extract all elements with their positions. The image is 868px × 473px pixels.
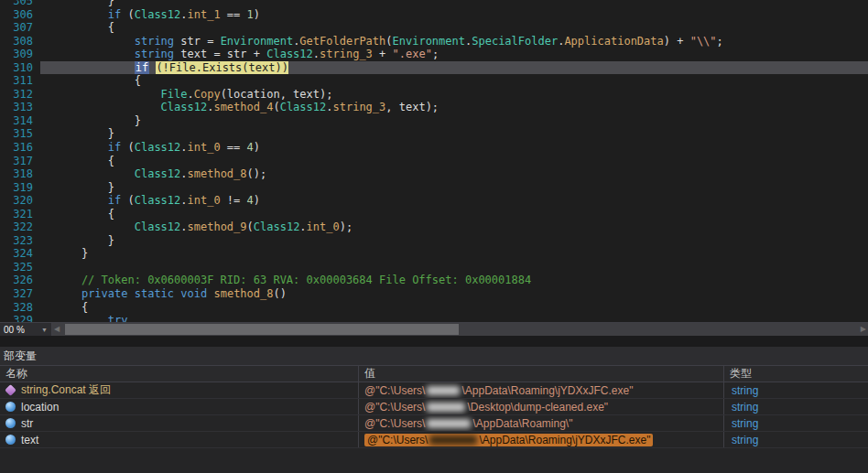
- line-number[interactable]: 315: [0, 127, 40, 141]
- variable-value-cell[interactable]: @"C:\Users\\AppData\Roaming\jYDXxJFC.exe…: [358, 432, 723, 447]
- line-number[interactable]: 326: [0, 274, 40, 287]
- line-number[interactable]: 306: [0, 8, 40, 22]
- code-line[interactable]: 314 }: [0, 114, 868, 128]
- code-line[interactable]: 329 try: [0, 314, 868, 322]
- locals-row[interactable]: str@"C:\Users\\AppData\Roaming\"string: [0, 415, 868, 432]
- line-number[interactable]: 329: [0, 314, 40, 322]
- code-text: if (Class12.int_1 == 1): [40, 8, 868, 22]
- variable-type: string: [732, 434, 758, 446]
- line-number[interactable]: 309: [0, 48, 40, 61]
- code-line[interactable]: 321 {: [0, 208, 868, 221]
- line-number[interactable]: 321: [0, 208, 40, 221]
- local-variable-icon: [5, 402, 16, 412]
- code-text: {: [40, 208, 868, 221]
- code-line[interactable]: 310 if (!File.Exists(text)): [0, 61, 868, 75]
- scroll-right-icon[interactable]: ▶: [861, 324, 866, 335]
- code-editor[interactable]: 305 }306 if (Class12.int_1 == 1)307 {308…: [0, 0, 868, 322]
- line-number[interactable]: 317: [0, 155, 40, 168]
- redacted-username: [427, 419, 471, 428]
- variable-type: string: [732, 384, 758, 397]
- code-text: Class12.smethod_9(Class12.int_0);: [40, 220, 868, 234]
- code-line[interactable]: 319 }: [0, 181, 868, 195]
- line-number[interactable]: 320: [0, 194, 40, 208]
- line-number[interactable]: 314: [0, 114, 40, 128]
- code-line[interactable]: 305 }: [0, 0, 868, 8]
- variable-value-cell[interactable]: @"C:\Users\\AppData\Roaming\jYDXxJFC.exe…: [358, 382, 723, 398]
- code-line[interactable]: 311 {: [0, 74, 868, 88]
- code-line[interactable]: 324 }: [0, 247, 868, 261]
- horizontal-scrollbar[interactable]: ◀ ▶: [52, 323, 868, 336]
- line-number[interactable]: 328: [0, 301, 40, 315]
- code-text: }: [40, 114, 868, 128]
- line-number[interactable]: 322: [0, 220, 40, 234]
- code-line[interactable]: 325: [0, 261, 868, 274]
- code-line[interactable]: 328 {: [0, 301, 868, 315]
- line-number[interactable]: 324: [0, 247, 40, 261]
- line-number[interactable]: 319: [0, 181, 40, 195]
- line-number[interactable]: 316: [0, 141, 40, 155]
- code-line[interactable]: 323 }: [0, 234, 868, 248]
- scroll-left-icon[interactable]: ◀: [54, 324, 60, 335]
- code-line[interactable]: 322 Class12.smethod_9(Class12.int_0);: [0, 220, 868, 234]
- locals-pane: 部变量 名称 值 类型 string.Concat 返回@"C:\Users\\…: [0, 347, 868, 473]
- locals-row[interactable]: location@"C:\Users\\Desktop\dump-cleaned…: [0, 399, 868, 415]
- code-text: }: [40, 247, 868, 261]
- code-text: {: [40, 74, 868, 88]
- variable-type-cell: string: [723, 432, 868, 447]
- line-number[interactable]: 325: [0, 261, 40, 274]
- locals-row[interactable]: text@"C:\Users\\AppData\Roaming\jYDXxJFC…: [0, 432, 868, 448]
- code-line[interactable]: 306 if (Class12.int_1 == 1): [0, 8, 868, 22]
- code-line[interactable]: 308 string str = Environment.GetFolderPa…: [0, 35, 868, 48]
- line-number[interactable]: 323: [0, 234, 40, 248]
- code-line[interactable]: 316 if (Class12.int_0 == 4): [0, 141, 868, 155]
- editor-status-strip: 00 % ▼ ◀ ▶: [0, 322, 868, 336]
- code-line[interactable]: 309 string text = str + Class12.string_3…: [0, 48, 868, 61]
- variable-value-cell[interactable]: @"C:\Users\\Desktop\dump-cleaned.exe": [358, 399, 723, 414]
- code-line[interactable]: 315 }: [0, 127, 868, 141]
- line-number[interactable]: 318: [0, 167, 40, 181]
- code-line[interactable]: 326 // Token: 0x0600003F RID: 63 RVA: 0x…: [0, 274, 868, 287]
- code-text: Class12.smethod_4(Class12.string_3, text…: [40, 101, 868, 114]
- line-number[interactable]: 312: [0, 88, 40, 102]
- code-line[interactable]: 312 File.Copy(location, text);: [0, 88, 868, 102]
- variable-value: @"C:\Users\\AppData\Roaming\jYDXxJFC.exe…: [364, 384, 633, 397]
- variable-name: text: [21, 434, 38, 446]
- variable-value-cell[interactable]: @"C:\Users\\AppData\Roaming\": [358, 415, 723, 431]
- line-number[interactable]: 327: [0, 287, 40, 301]
- local-variable-icon: [5, 435, 16, 445]
- variable-value: @"C:\Users\\AppData\Roaming\": [364, 417, 572, 430]
- line-number[interactable]: 308: [0, 35, 40, 48]
- code-text: {: [40, 301, 868, 315]
- column-header-type[interactable]: 类型: [723, 366, 868, 382]
- line-number[interactable]: 311: [0, 74, 40, 88]
- column-header-name[interactable]: 名称: [0, 366, 358, 382]
- code-line[interactable]: 320 if (Class12.int_0 != 4): [0, 194, 868, 208]
- horizontal-scrollbar-thumb[interactable]: [65, 324, 459, 335]
- code-text: [40, 261, 868, 274]
- zoom-value: 00 %: [4, 325, 25, 335]
- column-header-value[interactable]: 值: [358, 366, 723, 382]
- code-line[interactable]: 327 private static void smethod_8(): [0, 287, 868, 301]
- zoom-combobox[interactable]: 00 % ▼: [0, 323, 52, 336]
- code-text: {: [40, 21, 868, 35]
- code-text: private static void smethod_8(): [40, 287, 868, 301]
- variable-name: str: [21, 417, 33, 430]
- code-line[interactable]: 307 {: [0, 21, 868, 35]
- code-line[interactable]: 318 Class12.smethod_8();: [0, 167, 868, 181]
- code-line[interactable]: 317 {: [0, 155, 868, 168]
- code-text: try: [40, 314, 868, 322]
- line-number[interactable]: 307: [0, 21, 40, 35]
- panel-divider: [0, 336, 868, 347]
- line-number[interactable]: 313: [0, 101, 40, 114]
- redacted-username: [427, 386, 460, 395]
- code-text: string text = str + Class12.string_3 + "…: [40, 48, 868, 61]
- locals-pane-title: 部变量: [0, 347, 868, 365]
- code-text: if (!File.Exists(text)): [40, 61, 868, 75]
- locals-header: 名称 值 类型: [0, 365, 868, 382]
- line-number[interactable]: 310: [0, 61, 40, 75]
- locals-rows: string.Concat 返回@"C:\Users\\AppData\Roam…: [0, 382, 868, 473]
- variable-type-cell: string: [723, 399, 868, 414]
- code-line[interactable]: 313 Class12.smethod_4(Class12.string_3, …: [0, 101, 868, 114]
- line-number[interactable]: 305: [0, 0, 40, 8]
- locals-row[interactable]: string.Concat 返回@"C:\Users\\AppData\Roam…: [0, 382, 868, 399]
